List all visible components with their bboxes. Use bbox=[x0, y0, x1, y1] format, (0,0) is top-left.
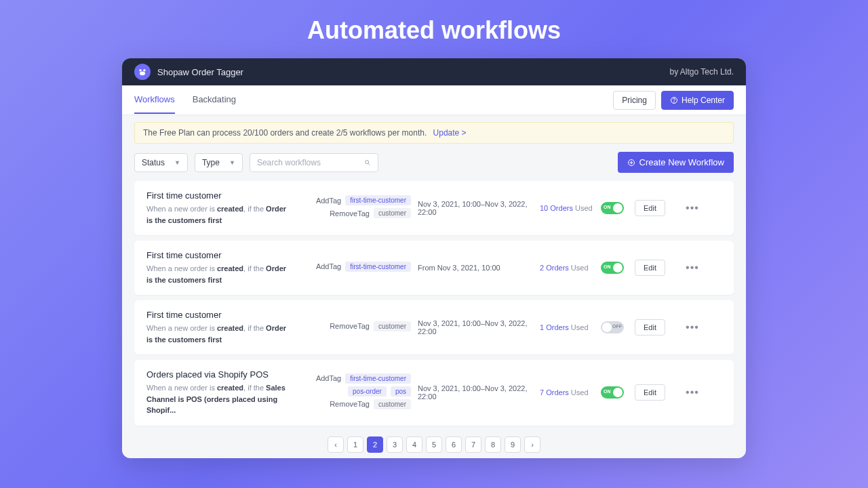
page-9[interactable]: 9 bbox=[505, 436, 521, 453]
svg-line-6 bbox=[368, 163, 370, 165]
workflow-usage: 7 Orders Used bbox=[540, 388, 594, 396]
tag-action-label: RemoveTag bbox=[330, 209, 370, 218]
page-1[interactable]: 1 bbox=[347, 436, 363, 453]
workflow-toggle[interactable]: ON bbox=[601, 386, 624, 399]
tag-chip: pos bbox=[391, 386, 411, 396]
more-actions-icon[interactable]: ••• bbox=[682, 262, 703, 274]
svg-point-0 bbox=[139, 69, 142, 72]
workflow-date-range: From Nov 3, 2021, 10:00 bbox=[418, 264, 533, 272]
type-filter[interactable]: Type ▼ bbox=[195, 153, 243, 172]
workflow-toggle[interactable]: ON bbox=[601, 262, 624, 274]
workflow-description: When a new order is created, if the Orde… bbox=[146, 323, 289, 345]
tag-chip: first-time-customer bbox=[345, 195, 411, 205]
tag-action-label: AddTag bbox=[316, 374, 341, 382]
tabbar: Workflows Backdating Pricing Help Center bbox=[122, 85, 746, 115]
page-6[interactable]: 6 bbox=[446, 436, 462, 453]
toggle-state-label: ON bbox=[604, 264, 611, 269]
app-header: Shopaw Order Tagger by Altgo Tech Ltd. bbox=[122, 58, 746, 85]
svg-point-2 bbox=[140, 71, 145, 75]
status-filter[interactable]: Status ▼ bbox=[134, 153, 188, 172]
chevron-down-icon: ▼ bbox=[174, 159, 180, 166]
workflow-title: First time customer bbox=[146, 250, 289, 260]
tag-actions: RemoveTagcustomer bbox=[296, 321, 411, 334]
tab-backdating[interactable]: Backdating bbox=[193, 86, 236, 114]
tag-actions: AddTagfirst-time-customerpos-orderposRem… bbox=[296, 373, 411, 412]
search-input[interactable] bbox=[257, 158, 359, 167]
workflow-title: First time customer bbox=[146, 190, 289, 201]
workflow-toggle[interactable]: OFF bbox=[601, 321, 624, 333]
chevron-down-icon: ▼ bbox=[229, 159, 235, 166]
toggle-state-label: ON bbox=[604, 205, 611, 209]
app-name: Shopaw Order Tagger bbox=[157, 67, 243, 77]
help-center-button[interactable]: Help Center bbox=[661, 91, 734, 110]
app-window: Shopaw Order Tagger by Altgo Tech Ltd. W… bbox=[122, 58, 746, 458]
workflow-date-range: Nov 3, 2021, 10:00–Nov 3, 2022, 22:00 bbox=[418, 200, 533, 216]
more-actions-icon[interactable]: ••• bbox=[682, 386, 703, 399]
workflow-date-range: Nov 3, 2021, 10:00–Nov 3, 2022, 22:00 bbox=[418, 319, 533, 336]
workflow-description: When a new order is created, if the Orde… bbox=[146, 263, 289, 285]
tab-workflows[interactable]: Workflows bbox=[134, 86, 175, 114]
tag-action-label: RemoveTag bbox=[330, 400, 370, 408]
page-3[interactable]: 3 bbox=[387, 436, 403, 453]
tag-chip: first-time-customer bbox=[345, 373, 411, 384]
page-5[interactable]: 5 bbox=[426, 436, 442, 453]
workflow-row: First time customerWhen a new order is c… bbox=[134, 300, 734, 354]
toolbar: Status ▼ Type ▼ Create New Workflow bbox=[122, 144, 746, 181]
workflow-usage: 2 Orders Used bbox=[540, 264, 594, 272]
svg-point-1 bbox=[143, 69, 146, 72]
edit-button[interactable]: Edit bbox=[635, 260, 665, 276]
page-8[interactable]: 8 bbox=[485, 436, 501, 453]
workflow-title: First time customer bbox=[146, 310, 289, 320]
page-next[interactable]: › bbox=[524, 436, 540, 453]
page-4[interactable]: 4 bbox=[406, 436, 422, 453]
notice-update-link[interactable]: Update > bbox=[433, 128, 467, 138]
tag-actions: AddTagfirst-time-customer bbox=[296, 262, 411, 274]
tag-action-label: RemoveTag bbox=[330, 322, 370, 330]
workflow-toggle[interactable]: ON bbox=[601, 202, 624, 214]
notice-text: The Free Plan can process 20/100 orders … bbox=[143, 128, 427, 138]
workflow-description: When a new order is created, if the Sale… bbox=[146, 382, 289, 416]
tag-chip: customer bbox=[374, 208, 411, 218]
app-vendor: by Altgo Tech Ltd. bbox=[669, 67, 734, 77]
plan-notice: The Free Plan can process 20/100 orders … bbox=[134, 122, 734, 144]
tag-action-label: AddTag bbox=[316, 262, 341, 270]
tag-chip: customer bbox=[374, 399, 411, 409]
create-workflow-label: Create New Workflow bbox=[639, 157, 724, 167]
workflow-row: Orders placed via Shopify POSWhen a new … bbox=[134, 360, 734, 426]
workflow-usage: 10 Orders Used bbox=[540, 204, 594, 212]
status-filter-label: Status bbox=[142, 158, 165, 167]
workflow-date-range: Nov 3, 2021, 10:00–Nov 3, 2022, 22:00 bbox=[418, 384, 533, 401]
workflow-list: First time customerWhen a new order is c… bbox=[122, 181, 746, 426]
page-2[interactable]: 2 bbox=[367, 436, 383, 453]
edit-button[interactable]: Edit bbox=[635, 384, 665, 401]
help-icon bbox=[670, 96, 678, 104]
page-7[interactable]: 7 bbox=[465, 436, 481, 453]
workflow-row: First time customerWhen a new order is c… bbox=[134, 241, 734, 295]
svg-point-5 bbox=[366, 160, 369, 163]
svg-point-4 bbox=[674, 102, 675, 102]
more-actions-icon[interactable]: ••• bbox=[682, 321, 703, 333]
tag-chip: customer bbox=[374, 321, 411, 331]
workflow-description: When a new order is created, if the Orde… bbox=[146, 203, 289, 226]
type-filter-label: Type bbox=[202, 158, 220, 167]
tag-actions: AddTagfirst-time-customerRemoveTagcustom… bbox=[296, 195, 411, 221]
search-box[interactable] bbox=[250, 153, 378, 172]
search-icon bbox=[364, 159, 371, 167]
edit-button[interactable]: Edit bbox=[635, 319, 665, 336]
workflow-row: First time customerWhen a new order is c… bbox=[134, 181, 734, 235]
workflow-usage: 1 Orders Used bbox=[540, 323, 594, 331]
page-title: Automated workflows bbox=[0, 0, 868, 45]
toggle-state-label: ON bbox=[604, 389, 611, 394]
edit-button[interactable]: Edit bbox=[635, 200, 665, 216]
page-prev[interactable]: ‹ bbox=[328, 436, 344, 453]
pricing-button[interactable]: Pricing bbox=[613, 91, 656, 110]
tag-chip: pos-order bbox=[348, 386, 387, 396]
more-actions-icon[interactable]: ••• bbox=[682, 202, 703, 214]
create-workflow-button[interactable]: Create New Workflow bbox=[618, 152, 734, 173]
tag-action-label: AddTag bbox=[316, 197, 341, 205]
pagination: ‹123456789› bbox=[122, 426, 746, 459]
workflow-title: Orders placed via Shopify POS bbox=[146, 369, 289, 380]
plus-circle-icon bbox=[627, 159, 635, 167]
tag-chip: first-time-customer bbox=[345, 262, 411, 272]
app-logo-icon bbox=[134, 64, 151, 80]
